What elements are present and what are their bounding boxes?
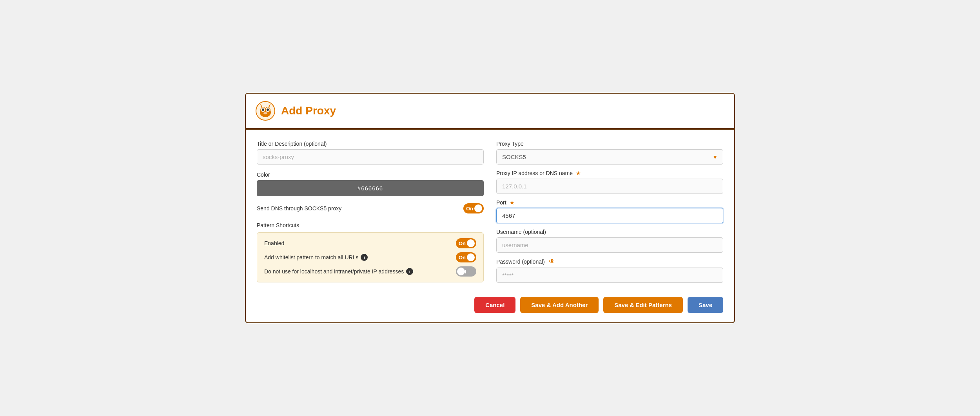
dns-toggle-row: Send DNS through SOCKS5 proxy On — [257, 203, 484, 213]
proxy-ip-input[interactable] — [496, 179, 723, 194]
color-label: Color — [257, 172, 484, 178]
svg-point-6 — [262, 109, 264, 111]
save-add-another-button[interactable]: Save & Add Another — [520, 297, 599, 313]
enabled-toggle-track[interactable]: On — [456, 238, 476, 248]
whitelist-toggle-thumb — [467, 253, 475, 261]
password-label: Password (optional) 👁 — [496, 258, 723, 265]
cancel-button[interactable]: Cancel — [474, 297, 515, 313]
right-column: Proxy Type SOCKS5 SOCKS4 HTTP HTTPS Prox… — [496, 141, 723, 283]
whitelist-info-icon[interactable]: i — [361, 254, 368, 261]
dns-label: Send DNS through SOCKS5 proxy — [257, 205, 341, 212]
proxy-ip-required-star: ★ — [576, 170, 581, 176]
port-input[interactable] — [496, 208, 723, 223]
password-field-group: Password (optional) 👁 — [496, 258, 723, 283]
dns-toggle-thumb — [474, 204, 482, 212]
pattern-row-whitelist: Add whitelist pattern to match all URLs … — [264, 252, 476, 262]
pattern-row-localhost: Do not use for localhost and intranet/pr… — [264, 266, 476, 277]
pattern-row-enabled: Enabled On — [264, 238, 476, 248]
localhost-info-icon[interactable]: i — [406, 268, 413, 275]
localhost-toggle-thumb — [457, 268, 465, 275]
pattern-whitelist-label: Add whitelist pattern to match all URLs … — [264, 254, 368, 261]
proxy-type-select[interactable]: SOCKS5 SOCKS4 HTTP HTTPS — [496, 149, 723, 165]
enabled-toggle[interactable]: On — [456, 238, 476, 248]
username-field-group: Username (optional) — [496, 229, 723, 253]
dialog-header: Add Proxy — [246, 94, 734, 130]
pattern-localhost-label: Do not use for localhost and intranet/pr… — [264, 268, 413, 275]
app-logo-icon — [255, 101, 276, 121]
pattern-enabled-label: Enabled — [264, 240, 284, 246]
save-edit-patterns-button[interactable]: Save & Edit Patterns — [603, 297, 683, 313]
left-column: Title or Description (optional) Color #6… — [257, 141, 484, 283]
whitelist-toggle-track[interactable]: On — [456, 252, 476, 262]
pattern-shortcuts-label: Pattern Shortcuts — [257, 222, 484, 228]
whitelist-toggle-text: On — [459, 255, 466, 260]
port-field-group: Port ★ — [496, 199, 723, 223]
dns-toggle-text: On — [466, 206, 473, 212]
port-required-star: ★ — [510, 199, 515, 206]
whitelist-toggle[interactable]: On — [456, 252, 476, 262]
proxy-type-label: Proxy Type — [496, 141, 723, 147]
dialog-title: Add Proxy — [281, 105, 336, 117]
proxy-type-field-group: Proxy Type SOCKS5 SOCKS4 HTTP HTTPS — [496, 141, 723, 165]
title-field-group: Title or Description (optional) — [257, 141, 484, 165]
add-proxy-dialog: Add Proxy Title or Description (optional… — [245, 93, 735, 323]
proxy-type-select-wrapper: SOCKS5 SOCKS4 HTTP HTTPS — [496, 149, 723, 165]
color-field-group: Color #666666 — [257, 172, 484, 196]
password-eye-icon[interactable]: 👁 — [549, 258, 555, 265]
username-input[interactable] — [496, 237, 723, 253]
password-input[interactable] — [496, 268, 723, 283]
title-input[interactable] — [257, 149, 484, 165]
svg-point-7 — [267, 109, 269, 111]
dns-toggle-track[interactable]: On — [463, 203, 484, 213]
dialog-body: Title or Description (optional) Color #6… — [246, 130, 734, 291]
color-picker-button[interactable]: #666666 — [257, 180, 484, 196]
pattern-shortcuts-section: Pattern Shortcuts Enabled On — [257, 222, 484, 282]
proxy-ip-field-group: Proxy IP address or DNS name ★ — [496, 170, 723, 194]
enabled-toggle-thumb — [467, 239, 475, 247]
pattern-shortcuts-box: Enabled On Add whitelist pattern to matc… — [257, 232, 484, 282]
port-label: Port ★ — [496, 199, 723, 206]
enabled-toggle-text: On — [459, 241, 466, 246]
localhost-toggle-track[interactable]: Off — [456, 266, 476, 277]
title-label: Title or Description (optional) — [257, 141, 484, 147]
dialog-footer: Cancel Save & Add Another Save & Edit Pa… — [246, 291, 734, 322]
dns-toggle[interactable]: On — [463, 203, 484, 213]
username-label: Username (optional) — [496, 229, 723, 235]
localhost-toggle[interactable]: Off — [456, 266, 476, 277]
proxy-ip-label: Proxy IP address or DNS name ★ — [496, 170, 723, 176]
svg-point-8 — [263, 112, 267, 114]
save-button[interactable]: Save — [688, 297, 723, 313]
